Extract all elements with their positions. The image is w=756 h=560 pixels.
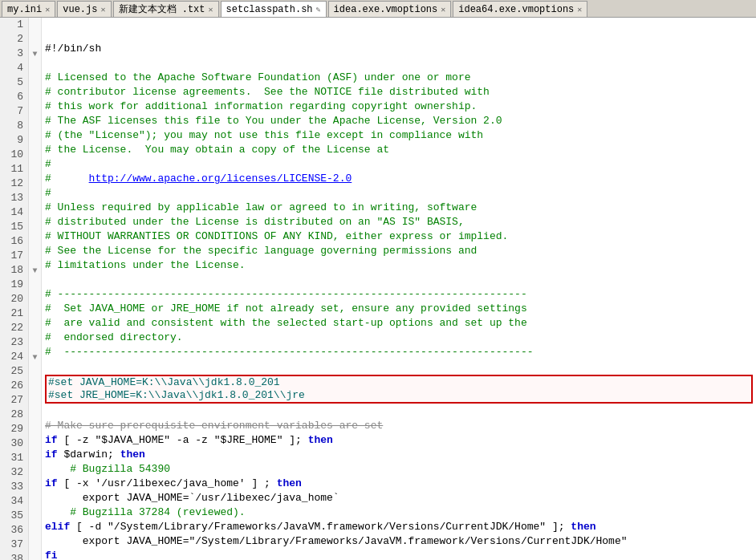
fold-marker-35	[29, 509, 41, 523]
fold-marker-8	[29, 119, 41, 133]
tab-label: idea64.exe.vmoptions	[458, 4, 574, 15]
line-number-35: 35	[5, 509, 23, 523]
fold-marker-16	[29, 234, 41, 249]
fold-marker-22	[29, 321, 41, 335]
line-number-14: 14	[5, 205, 23, 220]
tab-idea-vmoptions[interactable]: idea.exe.vmoptions✕	[328, 1, 452, 17]
tab-label: 新建文本文档 .txt	[119, 2, 205, 16]
tab-new-text[interactable]: 新建文本文档 .txt✕	[113, 1, 219, 17]
fold-marker-5	[29, 75, 41, 90]
editor: 1234567891011121314151617181920212223242…	[0, 18, 756, 560]
line-number-31: 31	[5, 451, 23, 465]
code-content[interactable]: #!/bin/sh# Licensed to the Apache Softwa…	[42, 18, 756, 560]
line-number-26: 26	[5, 379, 23, 393]
fold-marker-24[interactable]: ▼	[29, 350, 41, 364]
fold-marker-10	[29, 148, 41, 162]
line-number-6: 6	[5, 90, 23, 104]
line-number-30: 30	[5, 436, 23, 451]
code-line-12: # Unless required by applicable law or a…	[45, 201, 753, 215]
code-line-21: # endorsed directory.	[45, 331, 753, 345]
close-icon[interactable]: ✎	[316, 5, 321, 14]
close-icon[interactable]: ✕	[209, 5, 213, 14]
code-line-20: # are valid and consistent with the sele…	[45, 316, 753, 331]
line-number-15: 15	[5, 220, 23, 234]
apache-link[interactable]: http://www.apache.org/licenses/LICENSE-2…	[89, 172, 352, 186]
line-number-25: 25	[5, 364, 23, 379]
line-number-19: 19	[5, 278, 23, 292]
fold-marker-32	[29, 465, 41, 480]
code-line-24: #set JAVA_HOME=K:\\Java\\jdk1.8.0_201	[45, 375, 753, 389]
tab-idea64-vmoptions[interactable]: idea64.exe.vmoptions✕	[453, 1, 587, 17]
fold-marker-3[interactable]: ▼	[29, 47, 41, 61]
fold-marker-31	[29, 451, 41, 465]
line-number-9: 9	[5, 133, 23, 148]
line-number-10: 10	[5, 148, 23, 162]
line-number-22: 22	[5, 321, 23, 335]
line-number-21: 21	[5, 306, 23, 321]
fold-marker-17	[29, 249, 41, 263]
line-number-34: 34	[5, 494, 23, 509]
close-icon[interactable]: ✕	[441, 5, 445, 14]
code-line-23	[45, 359, 753, 374]
tab-label: vue.js	[63, 4, 97, 15]
line-number-1: 1	[5, 18, 23, 32]
fold-marker-28	[29, 408, 41, 422]
fold-marker-20	[29, 292, 41, 306]
fold-marker-11	[29, 162, 41, 177]
fold-marker-37	[29, 538, 41, 552]
fold-marker-15	[29, 220, 41, 234]
code-line-14: # WITHOUT WARRANTIES OR CONDITIONS OF AN…	[45, 229, 753, 244]
tab-vue-js[interactable]: vue.js✕	[57, 1, 111, 17]
code-line-4: # contributor license agreements. See th…	[45, 85, 753, 99]
fold-marker-19	[29, 278, 41, 292]
code-line-2	[45, 56, 753, 71]
fold-marker-36	[29, 523, 41, 538]
line-number-32: 32	[5, 465, 23, 480]
code-line-31: if [ -x '/usr/libexec/java_home' ] ; the…	[45, 477, 753, 491]
tab-label: my.ini	[7, 4, 42, 15]
code-line-9: #	[45, 157, 753, 172]
fold-marker-29	[29, 422, 41, 436]
code-line-28: if [ -z "$JAVA_HOME" -a -z "$JRE_HOME" ]…	[45, 433, 753, 448]
code-line-27: # Make sure prerequisite environment var…	[45, 419, 753, 433]
fold-marker-14	[29, 205, 41, 220]
line-number-16: 16	[5, 234, 23, 249]
fold-marker-13	[29, 191, 41, 205]
line-numbers: 1234567891011121314151617181920212223242…	[0, 18, 29, 560]
code-line-26	[45, 404, 753, 419]
line-number-17: 17	[5, 249, 23, 263]
line-number-20: 20	[5, 292, 23, 306]
fold-marker-7	[29, 104, 41, 119]
close-icon[interactable]: ✕	[45, 5, 50, 14]
code-line-13: # distributed under the License is distr…	[45, 215, 753, 229]
line-number-37: 37	[5, 538, 23, 552]
close-icon[interactable]: ✕	[577, 5, 582, 14]
tab-setclasspath[interactable]: setclasspath.sh✎	[221, 1, 327, 17]
line-number-18: 18	[5, 263, 23, 278]
fold-marker-34	[29, 494, 41, 509]
fold-marker-18[interactable]: ▼	[29, 263, 41, 278]
fold-marker-30	[29, 436, 41, 451]
line-number-29: 29	[5, 422, 23, 436]
line-number-27: 27	[5, 393, 23, 408]
fold-marker-21	[29, 306, 41, 321]
code-line-10: # http://www.apache.org/licenses/LICENSE…	[45, 172, 753, 186]
line-number-23: 23	[5, 335, 23, 350]
tab-my-ini[interactable]: my.ini✕	[2, 1, 55, 17]
line-number-12: 12	[5, 177, 23, 191]
code-line-25: #set JRE_HOME=K:\\Java\\jdk1.8.0_201\\jr…	[45, 389, 753, 404]
code-line-36: fi	[45, 549, 753, 560]
code-line-33: # Bugzilla 37284 (reviewed).	[45, 505, 753, 520]
line-number-11: 11	[5, 162, 23, 177]
fold-marker-38	[29, 552, 41, 560]
code-line-3: # Licensed to the Apache Software Founda…	[45, 71, 753, 85]
close-icon[interactable]: ✕	[100, 5, 105, 14]
code-line-35: export JAVA_HOME="/System/Library/Framew…	[45, 534, 753, 549]
code-line-6: # The ASF licenses this file to You unde…	[45, 114, 753, 128]
line-number-8: 8	[5, 119, 23, 133]
line-number-7: 7	[5, 104, 23, 119]
tab-label: setclasspath.sh	[226, 4, 313, 15]
code-line-30: # Bugzilla 54390	[45, 462, 753, 477]
code-line-22: # --------------------------------------…	[45, 345, 753, 359]
code-line-19: # Set JAVA_HOME or JRE_HOME if not alrea…	[45, 302, 753, 316]
